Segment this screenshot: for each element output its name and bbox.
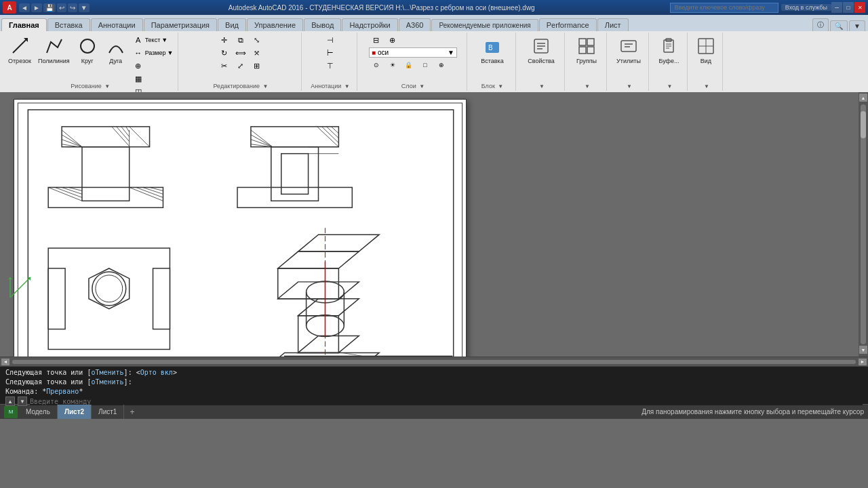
ann3-icon: ⊤ bbox=[325, 60, 336, 71]
scroll-thumb[interactable] bbox=[861, 111, 866, 138]
tab-a360[interactable]: A360 bbox=[399, 18, 431, 31]
redo-quick[interactable]: ↪ bbox=[68, 3, 77, 12]
properties-button[interactable]: Свойства bbox=[525, 34, 557, 66]
properties-icon bbox=[530, 35, 552, 57]
hscroll-track[interactable] bbox=[12, 360, 856, 364]
tab-upravlenie[interactable]: Управление bbox=[247, 18, 303, 31]
groups-expand-icon[interactable]: ▼ bbox=[585, 83, 590, 89]
close-button[interactable]: ✕ bbox=[854, 2, 865, 13]
tab-model[interactable]: Модель bbox=[19, 405, 58, 419]
maximize-button[interactable]: □ bbox=[843, 2, 854, 13]
trim-button[interactable]: ✂ bbox=[217, 60, 232, 72]
svg-rect-26 bbox=[62, 127, 149, 147]
save-quick[interactable]: 💾 bbox=[43, 3, 56, 12]
array-button[interactable]: ⊞ bbox=[250, 60, 264, 72]
tab-small-expand[interactable]: ▼ bbox=[849, 20, 865, 31]
scroll-left-button[interactable]: ◄ bbox=[1, 359, 9, 365]
tab-vyvod[interactable]: Вывод bbox=[304, 18, 341, 31]
props-expand-icon[interactable]: ▼ bbox=[539, 83, 545, 89]
utilities-button[interactable]: Утилиты bbox=[614, 34, 644, 66]
circle-tool-button[interactable]: Круг bbox=[74, 34, 101, 66]
ann1-button[interactable]: ⊣ bbox=[323, 34, 338, 46]
svg-rect-49 bbox=[271, 147, 319, 201]
line-tool-button[interactable]: Отрезок bbox=[5, 34, 34, 66]
scroll-right-button[interactable]: ► bbox=[859, 359, 867, 365]
mirror-button[interactable]: ⟺ bbox=[233, 47, 248, 59]
tab-vid[interactable]: Вид bbox=[218, 18, 246, 31]
tab-vstavka[interactable]: Вставка bbox=[47, 18, 90, 31]
move-button[interactable]: ✛ bbox=[217, 34, 232, 46]
rotate-button[interactable]: ↻ bbox=[217, 47, 232, 59]
tab-recommended[interactable]: Рекомендуемые приложения bbox=[431, 19, 538, 31]
clipboard-button[interactable]: Буфе... bbox=[655, 34, 682, 66]
more-tools-button[interactable]: ⊕ bbox=[131, 60, 176, 72]
tab-nadstrojki[interactable]: Надстройки bbox=[342, 18, 397, 31]
insert-button[interactable]: B Вставка bbox=[478, 34, 506, 66]
tab-list[interactable]: Лист bbox=[597, 18, 629, 31]
utilities-expand-icon[interactable]: ▼ bbox=[627, 83, 632, 89]
layers-expand-icon[interactable]: ▼ bbox=[419, 83, 425, 89]
scroll-track[interactable] bbox=[861, 104, 866, 344]
svg-line-34 bbox=[126, 127, 130, 132]
text-tool-button[interactable]: A Текст▼ bbox=[131, 34, 176, 46]
undo-quick[interactable]: ↩ bbox=[57, 3, 66, 12]
drawing-expand-icon[interactable]: ▼ bbox=[104, 83, 110, 89]
layer-s4[interactable]: □ bbox=[418, 59, 433, 71]
dim-tool-button[interactable]: ↔ Размер▼ bbox=[131, 47, 176, 59]
gradient-button[interactable]: ◫ bbox=[131, 85, 176, 92]
annotations-expand-icon[interactable]: ▼ bbox=[344, 83, 350, 89]
signin-button[interactable]: Вход в службы bbox=[781, 4, 831, 11]
polyline-tool-button[interactable]: Полилиния bbox=[35, 34, 73, 66]
tab-small-search[interactable]: 🔍 bbox=[830, 20, 848, 31]
layer-s5[interactable]: ⊕ bbox=[434, 59, 449, 71]
cmd-scroll-up[interactable]: ▲ bbox=[5, 396, 15, 406]
copy-button[interactable]: ⧉ bbox=[233, 34, 248, 46]
cmd-text-2: ]: < bbox=[124, 369, 140, 376]
tab-performance[interactable]: Performance bbox=[539, 18, 597, 31]
stretch-button[interactable]: ⤡ bbox=[250, 34, 264, 46]
block-expand-icon[interactable]: ▼ bbox=[498, 83, 503, 89]
forward-button[interactable]: ► bbox=[31, 3, 42, 12]
layer-s2[interactable]: ☀ bbox=[385, 59, 400, 71]
search-input[interactable] bbox=[670, 3, 778, 13]
layer-name-display[interactable]: ■ оси ▼ bbox=[369, 47, 457, 58]
bottom-scrollbar[interactable]: ◄ ► bbox=[0, 357, 868, 366]
layer-panel-button[interactable]: ⊟ bbox=[369, 34, 384, 46]
layer-s3[interactable]: 🔒 bbox=[401, 59, 416, 71]
layer-s1[interactable]: ⊙ bbox=[369, 59, 384, 71]
layer-s4-icon: □ bbox=[420, 60, 431, 70]
layer-match-button[interactable]: ⊕ bbox=[385, 34, 400, 46]
ann2-button[interactable]: ⊢ bbox=[323, 47, 338, 59]
view-button[interactable]: Вид bbox=[692, 34, 719, 66]
groups-button[interactable]: Группы bbox=[573, 34, 600, 66]
layer-dropdown-arrow[interactable]: ▼ bbox=[448, 49, 454, 56]
command-input[interactable] bbox=[30, 398, 863, 405]
clipboard-tools: Буфе... bbox=[655, 34, 682, 89]
scroll-down-button[interactable]: ▼ bbox=[859, 346, 867, 354]
clipboard-expand-icon[interactable]: ▼ bbox=[667, 83, 673, 89]
view-expand-icon[interactable]: ▼ bbox=[704, 83, 709, 89]
text-icon: A bbox=[133, 35, 144, 45]
tab-parametrizaciya[interactable]: Параметризация bbox=[144, 18, 217, 31]
scale-button[interactable]: ⤧ bbox=[250, 47, 264, 59]
svg-marker-65 bbox=[89, 268, 130, 309]
command-line-1: Следующая точка или [оТменить]: <Орто вк… bbox=[5, 368, 863, 378]
extend-button[interactable]: ⤢ bbox=[233, 60, 248, 72]
array-icon: ⊞ bbox=[252, 60, 262, 71]
ann3-button[interactable]: ⊤ bbox=[323, 60, 338, 72]
right-scrollbar[interactable]: ▲ ▼ bbox=[859, 92, 868, 357]
tab-list1[interactable]: Лист1 bbox=[92, 405, 124, 419]
arc-tool-button[interactable]: Дуга bbox=[102, 34, 130, 66]
drawing-canvas[interactable]: ИГ 3.1.15.01.000 Виды, разрезы, аксономе… bbox=[0, 92, 859, 357]
tab-list2[interactable]: Лист2 bbox=[58, 405, 92, 419]
scroll-up-button[interactable]: ▲ bbox=[859, 94, 867, 102]
tab-small-info[interactable]: ⓘ bbox=[812, 18, 829, 31]
dropdown-quick[interactable]: ▼ bbox=[79, 3, 90, 12]
hatch-button[interactable]: ▦ bbox=[131, 73, 176, 85]
tab-glavnaya[interactable]: Главная bbox=[1, 18, 47, 31]
minimize-button[interactable]: ─ bbox=[831, 2, 842, 13]
tab-annotacii[interactable]: Аннотации bbox=[91, 18, 143, 31]
add-tab-button[interactable]: + bbox=[124, 406, 140, 418]
back-button[interactable]: ◄ bbox=[19, 3, 30, 12]
editing-expand-icon[interactable]: ▼ bbox=[263, 83, 269, 89]
